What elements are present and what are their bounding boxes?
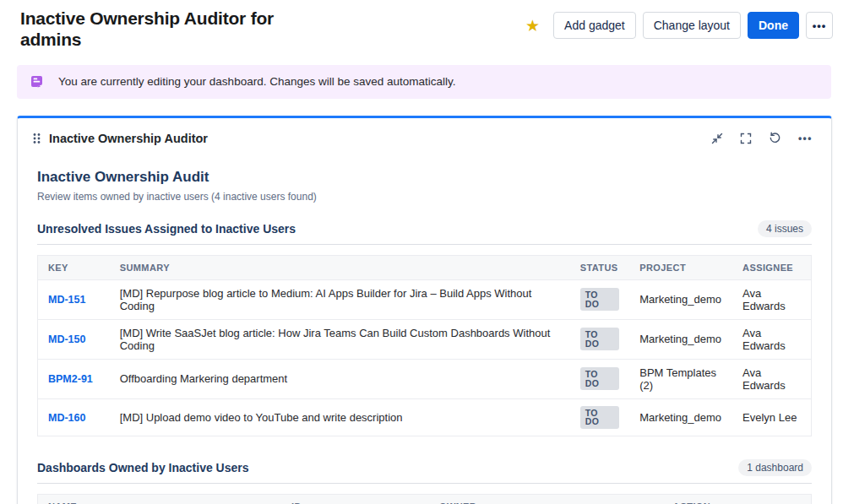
done-button[interactable]: Done xyxy=(748,12,799,39)
change-layout-button[interactable]: Change layout xyxy=(643,12,741,39)
audit-title: Inactive Ownership Audit xyxy=(37,169,812,186)
header-actions: ★ Add gadget Change layout Done ••• xyxy=(525,8,833,39)
more-options-button[interactable]: ••• xyxy=(806,12,833,39)
editing-banner: You are currently editing your dashboard… xyxy=(17,65,831,99)
dashboards-section-title: Dashboards Owned by Inactive Users xyxy=(37,461,249,474)
expand-icon[interactable] xyxy=(740,133,752,144)
favorite-star-icon[interactable]: ★ xyxy=(525,18,540,34)
table-row: MD-151 [MD] Repurpose blog article to Me… xyxy=(38,279,812,319)
issue-assignee: Ava Edwards xyxy=(732,359,811,398)
issue-project: BPM Templates (2) xyxy=(629,359,732,398)
issues-section-head: Unresolved Issues Assigned to Inactive U… xyxy=(37,220,812,237)
dashboards-table: NAME ID OWNER ACTION Sprint health 10001… xyxy=(37,494,812,504)
issue-summary: [MD] Repurpose blog article to Medium: A… xyxy=(110,279,570,319)
issue-key-link[interactable]: MD-150 xyxy=(48,333,85,345)
dashboards-section-head: Dashboards Owned by Inactive Users 1 das… xyxy=(37,459,812,476)
issue-project: Marketing_demo xyxy=(629,279,732,319)
table-row: BPM2-91 Offboarding Markering department… xyxy=(38,359,812,398)
col-project: PROJECT xyxy=(629,255,732,279)
gadget-card: Inactive Ownership Auditor xyxy=(17,116,832,504)
issue-assignee: Evelyn Lee xyxy=(732,398,811,436)
issue-project: Marketing_demo xyxy=(629,398,732,436)
add-gadget-button[interactable]: Add gadget xyxy=(553,12,636,39)
refresh-icon[interactable] xyxy=(769,132,781,144)
collapse-icon[interactable] xyxy=(711,133,723,144)
dashboards-table-header-row: NAME ID OWNER ACTION xyxy=(38,494,812,504)
drag-handle-icon[interactable] xyxy=(30,130,43,147)
col-action: ACTION xyxy=(663,494,812,504)
issue-key-link[interactable]: MD-151 xyxy=(48,294,85,306)
gadget-header: Inactive Ownership Auditor xyxy=(18,118,831,155)
page-header: Inactive Ownership Auditor for admins ★ … xyxy=(0,0,843,51)
section-divider xyxy=(37,244,812,245)
gadget-title: Inactive Ownership Auditor xyxy=(49,132,208,145)
col-id: ID xyxy=(281,494,429,504)
issues-table: KEY SUMMARY STATUS PROJECT ASSIGNEE MD-1… xyxy=(37,255,812,436)
gadget-more-icon[interactable]: ••• xyxy=(798,133,813,144)
table-row: MD-160 [MD] Upload demo video to YouTube… xyxy=(38,398,812,436)
col-name: NAME xyxy=(38,494,282,504)
edit-note-icon xyxy=(30,74,44,89)
issue-project: Marketing_demo xyxy=(629,319,732,359)
status-badge: TO DO xyxy=(580,328,620,350)
issue-summary: [MD] Upload demo video to YouTube and wr… xyxy=(110,398,570,436)
status-badge: TO DO xyxy=(580,288,620,311)
col-summary: SUMMARY xyxy=(110,255,570,279)
col-owner: OWNER xyxy=(429,494,663,504)
issue-summary: Offboarding Markering department xyxy=(110,359,570,398)
status-badge: TO DO xyxy=(580,367,620,390)
issue-assignee: Ava Edwards xyxy=(732,279,811,319)
issue-key-link[interactable]: BPM2-91 xyxy=(48,373,93,385)
col-status: STATUS xyxy=(570,255,630,279)
issue-key-link[interactable]: MD-160 xyxy=(48,412,85,424)
col-key: KEY xyxy=(38,255,110,279)
table-row: MD-150 [MD] Write SaaSJet blog article: … xyxy=(38,319,812,359)
issue-summary: [MD] Write SaaSJet blog article: How Jir… xyxy=(110,319,570,359)
status-badge: TO DO xyxy=(580,406,620,429)
col-assignee: ASSIGNEE xyxy=(732,255,811,279)
issues-table-header-row: KEY SUMMARY STATUS PROJECT ASSIGNEE xyxy=(38,255,812,279)
audit-subtitle: Review items owned by inactive users (4 … xyxy=(37,191,812,203)
issues-count-badge: 4 issues xyxy=(758,220,812,237)
page-title: Inactive Ownership Auditor for admins xyxy=(20,8,299,51)
banner-message: You are currently editing your dashboard… xyxy=(58,75,456,88)
issue-assignee: Ava Edwards xyxy=(732,319,811,359)
gadget-body: Inactive Ownership Audit Review items ow… xyxy=(18,155,831,504)
section-divider xyxy=(37,483,812,484)
dashboards-count-badge: 1 dashboard xyxy=(738,459,812,476)
issues-section-title: Unresolved Issues Assigned to Inactive U… xyxy=(37,222,296,236)
gadget-tools: ••• xyxy=(711,132,813,144)
